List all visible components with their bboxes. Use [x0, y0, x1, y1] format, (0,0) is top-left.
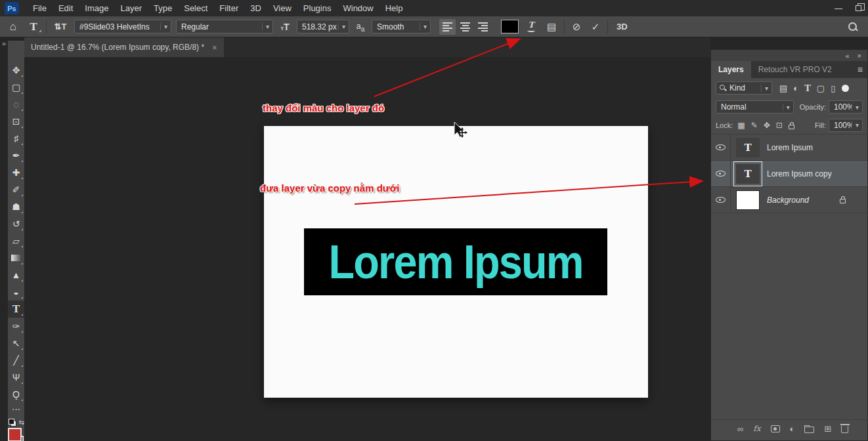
new-layer-icon[interactable]: ⊞ — [824, 425, 831, 433]
new-group-icon[interactable] — [804, 427, 814, 433]
home-icon[interactable]: ⌂ — [5, 20, 21, 33]
commit-edit-button[interactable]: ✓ — [588, 21, 603, 33]
panel-tab[interactable]: Layers — [711, 61, 751, 78]
layer-style-icon[interactable]: fx — [753, 425, 760, 432]
delete-layer-icon[interactable] — [841, 426, 848, 433]
swap-colors-icon[interactable]: ⇆ — [19, 419, 24, 426]
Lorem Ipsum copy[interactable]: T Lorem Ipsum copy — [711, 161, 867, 187]
collapse-panel-icon[interactable]: « — [845, 52, 849, 60]
filter-toggle-switch[interactable] — [842, 85, 849, 92]
eyedropper-tool[interactable]: ✒ — [8, 147, 24, 164]
font-style-select[interactable]: Regular ▾ — [176, 20, 273, 33]
antialias-select[interactable]: Smooth ▾ — [372, 20, 431, 33]
tool-glyph: ✒ — [12, 151, 20, 160]
gradient-tool[interactable] — [8, 249, 24, 266]
dodge-tool[interactable]: ◒ — [8, 284, 24, 301]
visibility-toggle[interactable] — [711, 187, 731, 213]
close-document-icon[interactable]: × — [212, 43, 217, 52]
warp-text-icon[interactable]: T — [523, 22, 539, 32]
chevron-down-icon: ▾ — [852, 104, 862, 111]
close-panel-icon[interactable]: × — [857, 52, 861, 60]
search-icon[interactable] — [847, 21, 859, 33]
hand-tool[interactable]: Ψ — [8, 369, 24, 386]
line-tool[interactable]: ╱ — [8, 352, 24, 369]
blur-tool[interactable]: ▲ — [8, 266, 24, 284]
move-tool[interactable]: ✥ — [8, 62, 24, 79]
menu-item[interactable]: Plugins — [297, 0, 337, 16]
menu-item[interactable]: Edit — [53, 0, 79, 16]
eraser-tool[interactable]: ▱ — [8, 232, 24, 249]
text-color-swatch[interactable] — [501, 20, 519, 33]
menu-item[interactable]: Layer — [115, 0, 148, 16]
visibility-toggle[interactable] — [711, 161, 731, 187]
lock-image-pixels-icon[interactable]: ✎ — [751, 121, 758, 129]
type-tool[interactable]: T — [8, 301, 24, 318]
zoom-tool[interactable]: Ǫ — [8, 386, 24, 403]
visibility-toggle[interactable] — [711, 135, 731, 161]
document-canvas[interactable]: Lorem Ipsum — [264, 126, 648, 398]
document-tab[interactable]: Untitled-1 @ 16.7% (Lorem Ipsum copy, RG… — [24, 37, 224, 57]
foreground-color-swatch[interactable] — [8, 428, 22, 441]
history-brush-tool[interactable]: ↺ — [8, 215, 24, 232]
text-orientation-icon[interactable]: ⇅T — [51, 22, 70, 32]
healing-brush-tool[interactable]: ✚ — [8, 164, 24, 181]
clone-stamp-tool[interactable]: ☗ — [8, 198, 24, 215]
lock-transparency-icon[interactable]: ▦ — [737, 121, 745, 129]
align-right-button[interactable] — [475, 19, 491, 35]
layer-thumbnail[interactable]: T — [736, 138, 760, 158]
blend-mode-select[interactable]: Normal ▾ — [716, 100, 794, 114]
edit-toolbar-dots[interactable]: ⋯ — [8, 403, 24, 417]
lasso-tool[interactable]: ◌ — [8, 96, 24, 113]
3d-button[interactable]: 3D — [613, 22, 632, 32]
tool-glyph: ▱ — [12, 236, 20, 245]
align-left-button[interactable] — [439, 19, 456, 35]
font-size-select[interactable]: 518.32 px ▾ — [297, 20, 349, 33]
fill-select[interactable]: 100% ▾ — [829, 119, 863, 132]
filter-pixel-layers-icon[interactable]: ▤ — [779, 84, 787, 93]
layer-thumbnail[interactable]: T — [736, 164, 760, 184]
menu-item[interactable]: Select — [178, 0, 213, 16]
cancel-edit-button[interactable]: ⊘ — [569, 21, 584, 33]
filter-kind-select[interactable]: Kind ▾ — [716, 81, 772, 94]
Background[interactable]: Background — [711, 187, 867, 213]
menu-item[interactable]: Image — [79, 0, 114, 16]
layer-thumbnail[interactable] — [736, 190, 760, 210]
menu-item[interactable]: Filter — [213, 0, 244, 16]
Lorem Ipsum[interactable]: T Lorem Ipsum — [711, 135, 867, 161]
brush-tool[interactable]: ✐ — [8, 181, 24, 198]
lock-position-icon[interactable]: ✥ — [764, 121, 770, 129]
menu-item[interactable]: Window — [337, 0, 379, 16]
panel-menu-icon[interactable]: ≡ — [857, 61, 863, 78]
marquee-tool[interactable]: ▢ — [8, 79, 24, 96]
expand-panel-chevrons[interactable]: » — [0, 39, 8, 47]
filter-shape-layers-icon[interactable]: ▢ — [817, 84, 825, 93]
crop-tool[interactable]: ♯ — [8, 130, 24, 147]
menu-item[interactable]: Help — [380, 0, 409, 16]
font-family-select[interactable]: #9Slide03 HelvetIns ▾ — [74, 20, 171, 33]
default-colors-icon[interactable] — [9, 419, 16, 427]
lock-all-icon[interactable] — [789, 125, 794, 129]
menu-item[interactable]: Type — [148, 0, 178, 16]
path-selection-tool[interactable]: ↖ — [8, 335, 24, 352]
object-selection-tool[interactable]: ⊡ — [8, 113, 24, 130]
add-mask-icon[interactable] — [771, 425, 780, 432]
adjustment-layer-icon[interactable]: ◐ — [790, 425, 795, 433]
text-layer-band[interactable]: Lorem Ipsum — [304, 228, 607, 295]
menu-item[interactable]: View — [267, 0, 297, 16]
minimize-button[interactable]: — — [829, 0, 848, 16]
opacity-select[interactable]: 100% ▾ — [829, 100, 863, 114]
toggle-panels-icon[interactable]: ▤ — [544, 21, 559, 33]
lock-artboard-icon[interactable]: ⊡ — [776, 121, 783, 129]
filter-smart-objects-icon[interactable]: ▯ — [831, 84, 835, 93]
filter-adjustment-layers-icon[interactable]: ◐ — [793, 84, 798, 93]
active-tool-icon[interactable]: T — [26, 21, 41, 33]
filter-type-layers-icon[interactable]: T — [804, 84, 811, 93]
restore-button[interactable] — [848, 0, 868, 16]
pen-tool[interactable]: ✑ — [8, 318, 24, 335]
link-layers-icon[interactable]: ∞ — [737, 425, 743, 433]
align-center-button[interactable] — [457, 19, 473, 35]
menu-item[interactable]: File — [27, 0, 53, 16]
separator — [607, 20, 608, 34]
panel-tab[interactable]: Retouch VR PRO V2 — [751, 61, 839, 78]
menu-item[interactable]: 3D — [244, 0, 267, 16]
